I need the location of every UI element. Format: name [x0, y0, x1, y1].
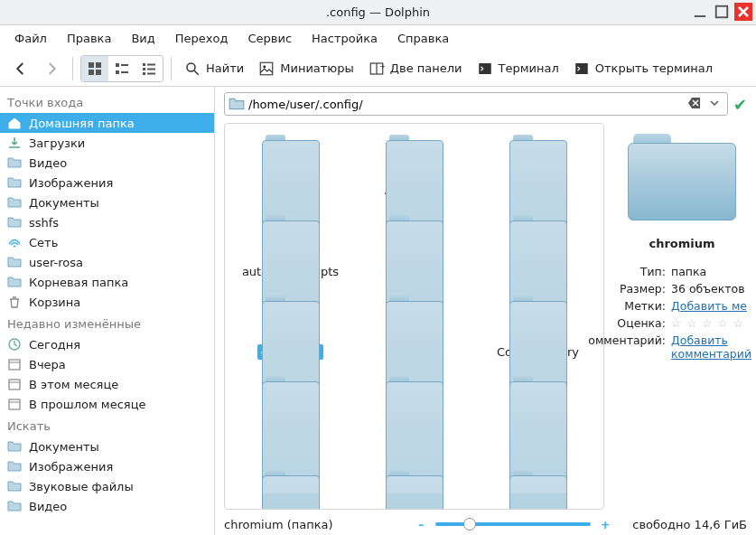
places-header: Точки входа [0, 90, 214, 113]
folder-icon [7, 195, 22, 210]
sidebar-item-places-8[interactable]: Корневая папка [0, 272, 214, 292]
folder-icon [509, 376, 567, 419]
rating-stars[interactable]: ☆ ☆ ☆ ☆ ☆ [671, 316, 749, 330]
forward-button[interactable] [38, 57, 65, 80]
sidebar-item-recent-0[interactable]: Сегодня [0, 334, 214, 354]
add-comment-link[interactable]: Добавить комментарий [671, 333, 751, 361]
folder-icon [262, 215, 320, 258]
location-input-wrap[interactable] [224, 92, 728, 116]
file-item[interactable]: Code [356, 296, 472, 360]
sidebar-item-label: В этом месяце [29, 378, 118, 391]
file-item[interactable] [480, 470, 596, 493]
svg-line-19 [194, 70, 199, 75]
info-size-value: 36 объектов [671, 282, 749, 296]
svg-rect-13 [147, 63, 155, 65]
sidebar: Точки входа Домашняя папкаЗагрузкиВидеоИ… [0, 87, 215, 535]
file-item[interactable]: autostart [480, 135, 596, 199]
folder-icon [262, 376, 320, 419]
sidebar-item-places-9[interactable]: Корзина [0, 292, 214, 312]
folder-icon [7, 479, 22, 493]
view-details-button[interactable] [135, 56, 163, 81]
file-item[interactable]: birdfont [356, 215, 472, 279]
sidebar-item-places-0[interactable]: Домашняя папка [0, 113, 214, 133]
sidebar-item-places-3[interactable]: Изображения [0, 173, 214, 192]
folder-icon [7, 275, 22, 289]
info-type-label: Тип: [640, 265, 666, 278]
sidebar-item-label: Сегодня [29, 338, 80, 352]
file-item[interactable] [232, 470, 349, 493]
sidebar-item-search-1[interactable]: Изображения [0, 456, 214, 476]
menu-edit[interactable]: Правка [58, 28, 120, 49]
sidebar-item-places-4[interactable]: Документы [0, 192, 214, 212]
sidebar-item-places-7[interactable]: user-rosa [0, 252, 214, 272]
view-compact-button[interactable] [108, 56, 135, 81]
menu-go[interactable]: Переход [166, 28, 238, 49]
folder-icon [509, 215, 567, 258]
folder-icon [386, 296, 443, 339]
back-button[interactable] [7, 57, 34, 80]
sidebar-item-label: Домашняя папка [29, 117, 135, 130]
sidebar-item-label: user-rosa [29, 256, 83, 269]
file-item[interactable]: chromium [232, 296, 349, 360]
folder-icon [509, 135, 567, 178]
menu-help[interactable]: Справка [388, 28, 458, 49]
sidebar-item-label: В прошлом месяце [29, 398, 145, 411]
preview-folder-icon [628, 134, 736, 221]
folder-icon [7, 255, 22, 269]
file-item[interactable]: akonadi [232, 135, 349, 199]
sidebar-item-search-0[interactable]: Документы [0, 436, 214, 456]
home-icon [7, 116, 22, 130]
sidebar-item-places-5[interactable]: sshfs [0, 212, 214, 232]
location-input[interactable] [248, 98, 684, 111]
sidebar-item-places-2[interactable]: Видео [0, 153, 214, 173]
view-mode-group [80, 55, 163, 82]
file-view: akonadiaudaciousautostartautostart-scrip… [224, 123, 604, 510]
minimize-button[interactable] [691, 3, 709, 21]
sidebar-item-label: Корневая папка [29, 276, 128, 289]
add-tags-link[interactable]: Добавить ме [671, 299, 747, 313]
folder-icon [7, 175, 22, 190]
file-grid[interactable]: akonadiaudaciousautostartautostart-scrip… [225, 124, 603, 509]
file-item[interactable]: dconf [356, 376, 472, 454]
sidebar-item-recent-2[interactable]: В этом месяце [0, 374, 214, 394]
svg-rect-12 [143, 63, 145, 66]
sidebar-item-search-2[interactable]: Звуковые файлы [0, 476, 214, 496]
open-terminal-button[interactable]: Открыть терминал [568, 57, 718, 80]
svg-rect-11 [121, 71, 128, 73]
accept-icon[interactable]: ✔ [733, 95, 747, 114]
menu-view[interactable]: Вид [122, 28, 163, 49]
thumbnails-button[interactable]: Миниатюры [253, 57, 359, 80]
chevron-down-icon[interactable] [705, 98, 723, 111]
clear-icon[interactable] [684, 96, 705, 113]
zoom-in-icon[interactable]: + [598, 517, 612, 531]
menu-tools[interactable]: Сервис [238, 28, 301, 49]
file-item[interactable]: Code Industry [480, 296, 596, 360]
split-button[interactable]: +Две панели [363, 57, 468, 80]
file-item[interactable]: audacious [356, 135, 472, 199]
menu-settings[interactable]: Настройка [303, 28, 387, 49]
svg-rect-20 [260, 62, 273, 75]
sidebar-item-places-6[interactable]: Сеть [0, 232, 214, 252]
folder-icon [7, 459, 22, 474]
maximize-button[interactable] [713, 3, 731, 21]
close-button[interactable] [734, 3, 752, 21]
sidebar-item-search-3[interactable]: Видео [0, 496, 214, 516]
zoom-out-icon[interactable]: – [414, 517, 428, 531]
file-item[interactable] [356, 470, 472, 493]
file-item[interactable]: Dassault Systemes [232, 376, 349, 454]
folder-icon [262, 296, 320, 339]
file-item[interactable]: deepin [480, 376, 596, 454]
terminal-button[interactable]: Терминал [471, 57, 565, 80]
sidebar-item-places-1[interactable]: Загрузки [0, 133, 214, 153]
zoom-slider[interactable]: – + [414, 517, 612, 531]
file-item[interactable]: autostart-scripts [232, 215, 349, 279]
view-icons-button[interactable] [81, 56, 108, 81]
svg-rect-4 [89, 62, 94, 68]
file-item[interactable]: boomaga [480, 215, 596, 279]
svg-rect-30 [9, 380, 20, 390]
sidebar-item-recent-3[interactable]: В прошлом месяце [0, 394, 214, 414]
menu-file[interactable]: Файл [5, 28, 56, 49]
sidebar-item-recent-1[interactable]: Вчера [0, 354, 214, 374]
folder-icon [7, 215, 22, 230]
find-button[interactable]: Найти [179, 57, 249, 80]
